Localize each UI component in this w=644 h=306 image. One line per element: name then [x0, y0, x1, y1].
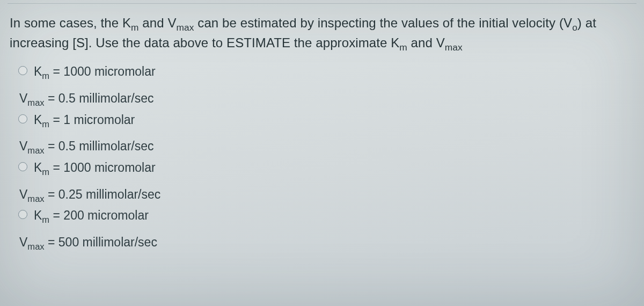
- km-rest: = 1 micromolar: [49, 113, 135, 127]
- km-sub: m: [42, 215, 49, 225]
- vmax-pre: V: [19, 139, 27, 153]
- q-sub-o: o: [572, 22, 577, 33]
- q-frag: and V: [139, 16, 177, 30]
- radio-icon[interactable]: [18, 114, 27, 123]
- vmax-pre: V: [19, 235, 27, 249]
- radio-icon[interactable]: [18, 66, 27, 75]
- km-sub: m: [42, 71, 49, 81]
- km-pre: K: [34, 208, 42, 222]
- vmax-pre: V: [19, 91, 27, 105]
- vmax-pre: V: [19, 187, 27, 201]
- km-pre: K: [34, 64, 42, 78]
- q-sub-max2: max: [445, 42, 463, 53]
- options-group: Km = 1000 micromolar Vmax = 0.5 millimol…: [10, 62, 634, 252]
- top-divider: [8, 3, 636, 4]
- vmax-rest: = 500 millimolar/sec: [45, 235, 157, 249]
- km-sub: m: [42, 167, 49, 177]
- option-3-text: Km = 1000 micromolar Vmax = 0.25 millimo…: [34, 158, 634, 204]
- radio-icon[interactable]: [18, 162, 27, 171]
- option-4[interactable]: Km = 200 micromolar Vmax = 500 millimola…: [18, 206, 634, 252]
- option-2[interactable]: Km = 1 micromolar Vmax = 0.5 millimolar/…: [18, 111, 634, 156]
- q-sub-m1: m: [131, 22, 138, 33]
- vmax-rest: = 0.5 millimolar/sec: [45, 139, 154, 153]
- option-3[interactable]: Km = 1000 micromolar Vmax = 0.25 millimo…: [18, 158, 634, 204]
- vmax-sub: max: [27, 98, 44, 108]
- vmax-sub: max: [27, 193, 44, 203]
- km-pre: K: [34, 161, 42, 174]
- option-2-text: Km = 1 micromolar Vmax = 0.5 millimolar/…: [34, 111, 634, 156]
- option-1-text: Km = 1000 micromolar Vmax = 0.5 millimol…: [34, 62, 634, 108]
- q-sub-max1: max: [177, 22, 194, 33]
- vmax-rest: = 0.5 millimolar/sec: [45, 91, 154, 105]
- q-frag: In some cases, the K: [10, 16, 131, 30]
- option-4-text: Km = 200 micromolar Vmax = 500 millimola…: [34, 206, 634, 252]
- km-rest: = 1000 micromolar: [49, 161, 156, 174]
- km-sub: m: [42, 119, 49, 129]
- km-rest: = 1000 micromolar: [49, 64, 156, 78]
- km-rest: = 200 micromolar: [49, 208, 149, 222]
- q-sub-m2: m: [399, 42, 407, 53]
- radio-icon[interactable]: [18, 210, 27, 219]
- q-frag: and V: [407, 35, 445, 50]
- km-pre: K: [34, 113, 42, 127]
- vmax-rest: = 0.25 millimolar/sec: [45, 187, 161, 201]
- q-frag: can be estimated by inspecting the value…: [194, 16, 573, 30]
- question-text: In some cases, the Km and Vmax can be es…: [10, 13, 634, 53]
- option-1[interactable]: Km = 1000 micromolar Vmax = 0.5 millimol…: [18, 62, 634, 108]
- vmax-sub: max: [27, 241, 44, 251]
- vmax-sub: max: [27, 145, 44, 156]
